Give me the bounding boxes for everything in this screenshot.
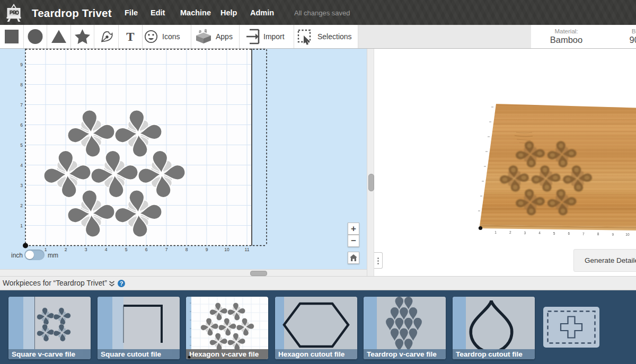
svg-text:9: 9 — [612, 233, 614, 236]
svg-text:4: 4 — [20, 163, 23, 168]
svg-text:5: 5 — [553, 232, 555, 235]
svg-text:7: 7 — [582, 232, 585, 236]
svg-text:2: 2 — [20, 203, 23, 208]
svg-text:7: 7 — [20, 102, 23, 108]
svg-text:10: 10 — [224, 247, 229, 252]
svg-text:5: 5 — [125, 247, 128, 252]
svg-text:1: 1 — [20, 223, 23, 228]
svg-text:9: 9 — [20, 62, 23, 67]
svg-text:Square v-carve file: Square v-carve file — [12, 350, 76, 358]
svg-text:3: 3 — [20, 183, 23, 188]
svg-text:2: 2 — [65, 247, 67, 252]
svg-text:1: 1 — [45, 247, 47, 252]
svg-text:Hexagon cutout file: Hexagon cutout file — [278, 350, 345, 358]
svg-text:8: 8 — [597, 232, 599, 236]
svg-text:9: 9 — [206, 247, 208, 252]
svg-text:1: 1 — [494, 230, 497, 234]
svg-text:8: 8 — [20, 82, 23, 87]
svg-text:6: 6 — [568, 232, 570, 235]
svg-text:2: 2 — [509, 230, 511, 234]
svg-text:4: 4 — [105, 247, 108, 252]
svg-text:T: T — [126, 30, 134, 43]
svg-text:3: 3 — [524, 231, 526, 235]
svg-text:7: 7 — [165, 247, 168, 252]
svg-text:6: 6 — [20, 122, 23, 128]
svg-text:Teardrop v-carve file: Teardrop v-carve file — [367, 350, 437, 358]
svg-text:4: 4 — [538, 231, 541, 235]
svg-text:8: 8 — [186, 247, 188, 252]
svg-text:10: 10 — [625, 233, 630, 236]
svg-text:Teardrop cutout file: Teardrop cutout file — [456, 350, 523, 358]
svg-text:5: 5 — [20, 143, 23, 148]
svg-text:11: 11 — [245, 247, 250, 252]
svg-text:Square cutout file: Square cutout file — [101, 350, 162, 358]
svg-text:6: 6 — [145, 247, 148, 252]
svg-text:3: 3 — [85, 247, 87, 252]
svg-text:Hexagon v-carve file: Hexagon v-carve file — [189, 350, 259, 358]
